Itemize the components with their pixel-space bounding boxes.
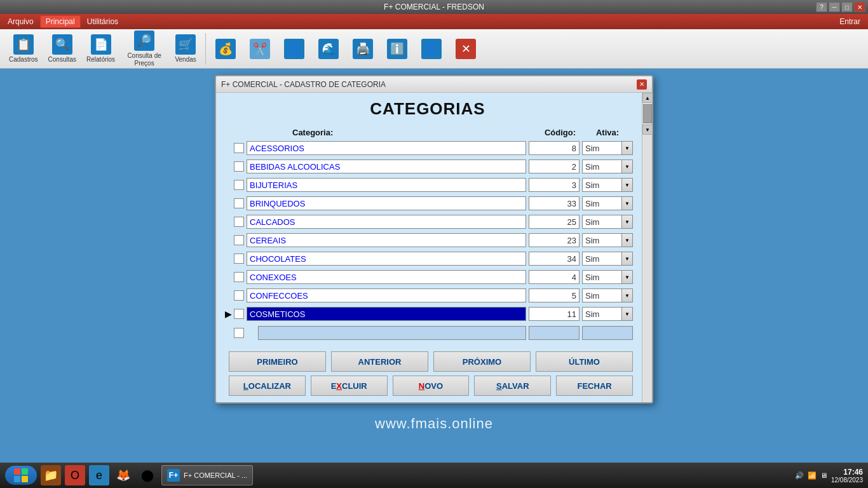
- scrollbar-up-btn[interactable]: ▲: [642, 93, 653, 103]
- novo-button[interactable]: NOVO: [393, 376, 470, 396]
- taskbar-opera[interactable]: O: [65, 465, 85, 485]
- table-row: CHOCOLATES 34 Sim ▼: [222, 250, 633, 267]
- row-checkbox-5[interactable]: [234, 235, 244, 245]
- row-categoria-0[interactable]: ACESSORIOS: [247, 141, 526, 155]
- toolbar-extra1[interactable]: 💰: [210, 37, 241, 60]
- toolbar-cadastros[interactable]: 📋 Cadastros: [5, 33, 42, 65]
- menu-arquivo[interactable]: Arquivo: [3, 16, 39, 27]
- toolbar-extra7[interactable]: 👤: [416, 37, 447, 60]
- row-ativa-dropdown-6[interactable]: ▼: [621, 252, 633, 266]
- anterior-button[interactable]: ANTERIOR: [331, 351, 428, 372]
- row-checkbox-7[interactable]: [234, 272, 244, 282]
- ultimo-button[interactable]: ÚLTIMO: [536, 351, 633, 372]
- toolbar-vendas[interactable]: 🛒 Vendas: [170, 33, 201, 65]
- row-ativa-dropdown-5[interactable]: ▼: [621, 233, 633, 247]
- excluir-button[interactable]: EXCLUIR: [311, 376, 388, 396]
- toolbar-consultas[interactable]: 🔍 Consultas: [44, 33, 80, 65]
- primeiro-button[interactable]: PRIMEIRO: [229, 351, 326, 372]
- clock-date: 12/08/2023: [831, 477, 863, 484]
- row-checkbox-6[interactable]: [234, 254, 244, 264]
- row-checkbox-1[interactable]: [234, 161, 244, 172]
- row-ativa-dropdown-2[interactable]: ▼: [621, 178, 633, 192]
- menu-principal[interactable]: Principal: [40, 15, 81, 28]
- toolbar-extra2[interactable]: ✂️: [244, 37, 276, 60]
- modal-close-btn[interactable]: ✕: [637, 79, 647, 90]
- row-categoria-2[interactable]: BIJUTERIAS: [247, 178, 526, 192]
- table-row: ▶ COSMETICOS 11 Sim ▼: [222, 306, 633, 322]
- close-btn[interactable]: ✕: [854, 2, 865, 12]
- row-categoria-4[interactable]: CALCADOS: [247, 215, 526, 229]
- table-row: ACESSORIOS 8 Sim ▼: [222, 140, 633, 156]
- tray-volume-icon: 📶: [808, 471, 817, 480]
- toolbar-extra3[interactable]: 👤: [278, 37, 310, 60]
- help-btn[interactable]: ?: [816, 2, 827, 12]
- row-ativa-8: Sim: [582, 288, 621, 302]
- table-row: CONFECCOES 5 Sim ▼: [222, 287, 633, 304]
- row-categoria-8[interactable]: CONFECCOES: [247, 288, 526, 302]
- row-categoria-6[interactable]: CHOCOLATES: [247, 252, 526, 266]
- relatorios-icon: 📄: [91, 34, 111, 55]
- menu-entrar[interactable]: Entrar: [834, 16, 865, 27]
- scrollbar-thumb[interactable]: [643, 104, 652, 123]
- new-categoria-input[interactable]: [258, 326, 526, 340]
- vendas-icon: 🛒: [175, 34, 196, 55]
- extra1-icon: 💰: [215, 39, 236, 59]
- scrollbar-down-btn[interactable]: ▼: [642, 125, 653, 135]
- clock: 17:46 12/08/2023: [831, 468, 863, 484]
- row-ativa-dropdown-0[interactable]: ▼: [621, 141, 633, 155]
- row-categoria-1[interactable]: BEBIDAS ALCOOLICAS: [247, 159, 526, 173]
- row-ativa-6: Sim: [582, 252, 621, 266]
- row-ativa-dropdown-4[interactable]: ▼: [621, 215, 633, 229]
- minimize-btn[interactable]: ─: [829, 2, 840, 12]
- row-ativa-dropdown-3[interactable]: ▼: [621, 196, 633, 210]
- start-button[interactable]: [5, 466, 37, 485]
- proximo-button[interactable]: PRÓXIMO: [433, 351, 531, 372]
- row-ativa-dropdown-1[interactable]: ▼: [621, 159, 633, 173]
- table-row: CALCADOS 25 Sim ▼: [222, 214, 633, 230]
- toolbar-close[interactable]: ✕: [450, 37, 482, 60]
- toolbar-relatorios[interactable]: 📄 Relatórios: [83, 33, 119, 65]
- row-codigo-6: 34: [529, 252, 580, 266]
- extra6-icon: ℹ️: [387, 39, 407, 59]
- taskbar-ie[interactable]: e: [89, 465, 109, 485]
- menu-utilitarios[interactable]: Utilitários: [82, 16, 123, 27]
- row-checkbox-8[interactable]: [234, 290, 244, 301]
- table-row: BRINQUEDOS 33 Sim ▼: [222, 195, 633, 212]
- row-indicator-9: ▶: [222, 308, 234, 320]
- action-buttons: LOCALIZAR EXCLUIR NOVO SALVAR FECHAR: [229, 376, 633, 396]
- localizar-button[interactable]: LOCALIZAR: [229, 376, 306, 396]
- row-categoria-9[interactable]: COSMETICOS: [247, 307, 526, 321]
- row-categoria-5[interactable]: CEREAIS: [247, 233, 526, 247]
- row-codigo-3: 33: [529, 196, 580, 210]
- row-ativa-container-7: Sim ▼: [582, 270, 633, 284]
- row-indicator-5: [222, 234, 234, 247]
- row-ativa-container-6: Sim ▼: [582, 252, 633, 266]
- toolbar-consulta-precos[interactable]: 🔎 Consulta de Preços: [121, 29, 167, 69]
- new-row-checkbox[interactable]: [234, 328, 244, 338]
- row-ativa-dropdown-8[interactable]: ▼: [621, 288, 633, 302]
- row-checkbox-9[interactable]: [234, 309, 244, 319]
- taskbar-active-app[interactable]: F+ F+ COMERCIAL - ...: [161, 465, 253, 485]
- windows-logo: [14, 468, 28, 482]
- modal-cadastro-categoria: F+ COMERCIAL - CADASTRO DE CATEGORIA ✕ ▲…: [215, 75, 653, 403]
- salvar-button[interactable]: SALVAR: [474, 376, 551, 396]
- row-checkbox-4[interactable]: [234, 217, 244, 227]
- extra7-icon: 👤: [421, 39, 442, 59]
- maximize-btn[interactable]: □: [841, 2, 853, 12]
- row-checkbox-2[interactable]: [234, 180, 244, 190]
- row-checkbox-0[interactable]: [234, 143, 244, 153]
- fechar-button[interactable]: FECHAR: [556, 376, 633, 396]
- row-ativa-dropdown-7[interactable]: ▼: [621, 270, 633, 284]
- row-ativa-dropdown-9[interactable]: ▼: [621, 307, 633, 321]
- toolbar-extra4[interactable]: 🌊: [313, 37, 344, 60]
- row-categoria-7[interactable]: CONEXOES: [247, 270, 526, 284]
- row-categoria-3[interactable]: BRINQUEDOS: [247, 196, 526, 210]
- toolbar-extra5[interactable]: 🖨️: [347, 37, 379, 60]
- toolbar-extra6[interactable]: ℹ️: [381, 37, 413, 60]
- col-categoria-header: Categoria:: [241, 128, 525, 137]
- taskbar-firefox[interactable]: 🦊: [113, 465, 133, 485]
- taskbar-explorer[interactable]: 📁: [41, 465, 61, 485]
- taskbar-chrome[interactable]: ⬤: [137, 465, 158, 485]
- row-codigo-2: 3: [529, 178, 580, 192]
- row-checkbox-3[interactable]: [234, 198, 244, 208]
